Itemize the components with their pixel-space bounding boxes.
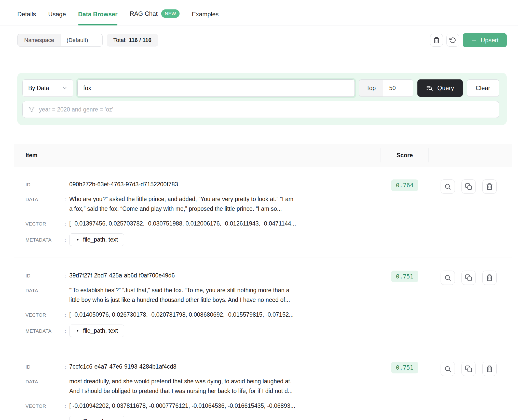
query-button[interactable]: Query xyxy=(417,79,462,97)
row-data-value: Who are you?” asked the little prince, a… xyxy=(69,194,293,214)
row-id-value: 39d7f27f-2bd7-425a-ab6d-f0af700e49d6 xyxy=(69,271,293,280)
table-row: ID : 39d7f27f-2bd7-425a-ab6d-f0af700e49d… xyxy=(14,258,512,349)
copy-icon xyxy=(465,183,472,190)
tab-bar: Details Usage Data Browser RAG Chat NEW … xyxy=(0,0,518,25)
inspect-row-button[interactable] xyxy=(441,362,455,376)
tab-rag-chat[interactable]: RAG Chat NEW xyxy=(130,9,180,25)
filter-input[interactable] xyxy=(39,106,493,113)
id-label: ID xyxy=(25,273,62,279)
score-badge: 0.751 xyxy=(391,271,418,282)
data-label: DATA xyxy=(25,288,62,293)
tab-usage[interactable]: Usage xyxy=(48,11,66,25)
trash-icon xyxy=(486,274,493,281)
vector-label: VECTOR xyxy=(25,312,62,318)
id-label: ID xyxy=(25,182,62,188)
trash-icon xyxy=(433,37,440,44)
delete-row-button[interactable] xyxy=(482,271,497,285)
inspect-row-button[interactable] xyxy=(441,179,455,194)
tab-examples[interactable]: Examples xyxy=(192,11,219,25)
row-vector-value: [ -0.01397456, 0.025703782, -0.030751988… xyxy=(69,219,370,228)
metadata-filter-field xyxy=(22,101,499,118)
metadata-label: METADATA xyxy=(25,237,62,243)
query-mode-value: By Data xyxy=(28,85,49,92)
search-list-icon xyxy=(426,85,433,92)
row-vector-value: [ -0.014050976, 0.026730178, -0.02078179… xyxy=(69,310,370,319)
vector-label: VECTOR xyxy=(25,221,62,227)
chevron-down-icon xyxy=(91,37,97,43)
delete-row-button[interactable] xyxy=(482,362,497,376)
query-button-label: Query xyxy=(437,85,454,92)
query-mode-select[interactable]: By Data xyxy=(22,79,73,97)
row-vector-value: [ -0.010942202, 0.037811678, -0.00077761… xyxy=(69,401,370,411)
query-panel: By Data Top Query Clear xyxy=(17,73,507,125)
score-badge: 0.751 xyxy=(391,362,418,373)
row-id-value: 7ccfc1c6-e4a7-47e6-9193-4284b1af4cd8 xyxy=(69,362,293,371)
total-value: 116 / 116 xyxy=(129,37,151,44)
trash-icon xyxy=(486,365,493,372)
score-column-header: Score xyxy=(380,148,429,162)
row-data-value: “‘To establish ties’?” “Just that,” said… xyxy=(69,285,293,305)
upsert-label: Upsert xyxy=(481,37,499,44)
vector-label: VECTOR xyxy=(25,403,62,409)
magnifier-icon xyxy=(444,183,451,190)
namespace-selector[interactable]: Namespace (Default) xyxy=(17,34,103,47)
search-input[interactable] xyxy=(77,79,355,97)
tab-rag-chat-label: RAG Chat xyxy=(130,10,157,17)
data-label: DATA xyxy=(25,379,62,385)
results-table: Item Score ID : 090b272b-63ef-4763-97d3-… xyxy=(14,144,512,420)
tab-data-browser[interactable]: Data Browser xyxy=(78,11,118,25)
triangle-right-icon xyxy=(76,329,79,333)
tab-usage-label: Usage xyxy=(48,11,66,18)
id-label: ID xyxy=(25,364,62,370)
copy-icon xyxy=(465,274,472,281)
metadata-expander-button[interactable]: file_path, text xyxy=(69,325,124,337)
top-k-input[interactable] xyxy=(383,80,413,96)
chevron-down-icon xyxy=(62,85,67,91)
tab-examples-label: Examples xyxy=(192,11,219,18)
metadata-label: METADATA xyxy=(25,328,62,334)
copy-row-button[interactable] xyxy=(461,179,476,194)
clear-button[interactable]: Clear xyxy=(467,79,499,97)
table-header: Item Score xyxy=(14,144,512,167)
toolbar: Namespace (Default) Total: 116 / 116 Ups… xyxy=(17,33,507,47)
copy-icon xyxy=(465,365,472,372)
tab-data-browser-label: Data Browser xyxy=(78,11,118,18)
metadata-expander-button[interactable]: file_path, text xyxy=(69,233,124,246)
new-badge: NEW xyxy=(161,9,180,18)
total-count: Total: 116 / 116 xyxy=(107,34,158,47)
tab-details[interactable]: Details xyxy=(17,11,36,25)
metadata-expander-button[interactable]: file_path, text xyxy=(69,416,124,420)
table-row: ID : 7ccfc1c6-e4a7-47e6-9193-4284b1af4cd… xyxy=(14,349,512,420)
item-column-header: Item xyxy=(14,152,380,159)
score-badge: 0.764 xyxy=(391,179,418,191)
inspect-row-button[interactable] xyxy=(441,271,455,285)
copy-row-button[interactable] xyxy=(461,271,476,285)
namespace-label: Namespace xyxy=(18,34,61,46)
delete-namespace-button[interactable] xyxy=(430,34,443,47)
magnifier-icon xyxy=(444,274,451,281)
metadata-keys: file_path, text xyxy=(83,327,118,334)
table-row: ID : 090b272b-63ef-4763-97d3-d7152200f78… xyxy=(14,167,512,258)
namespace-value[interactable]: (Default) xyxy=(61,34,102,46)
delete-row-button[interactable] xyxy=(482,179,497,194)
metadata-keys: file_path, text xyxy=(83,236,118,243)
magnifier-icon xyxy=(444,365,451,372)
tab-details-label: Details xyxy=(17,11,36,18)
filter-funnel-icon xyxy=(28,106,35,113)
metadata-keys: file_path, text xyxy=(83,418,118,420)
top-label: Top xyxy=(359,80,383,96)
plus-icon xyxy=(471,37,477,43)
data-label: DATA xyxy=(25,197,62,202)
total-label: Total: xyxy=(113,37,127,44)
triangle-right-icon xyxy=(76,238,79,242)
trash-icon xyxy=(486,183,493,190)
copy-row-button[interactable] xyxy=(461,362,476,376)
clear-button-label: Clear xyxy=(476,85,490,92)
row-id-value: 090b272b-63ef-4763-97d3-d7152200f783 xyxy=(69,179,293,189)
refresh-button[interactable] xyxy=(446,34,459,47)
upsert-button[interactable]: Upsert xyxy=(463,33,507,47)
top-k-control: Top xyxy=(359,79,413,97)
refresh-icon xyxy=(449,37,456,44)
row-data-value: most dreadfully, and she would pretend t… xyxy=(69,376,293,396)
